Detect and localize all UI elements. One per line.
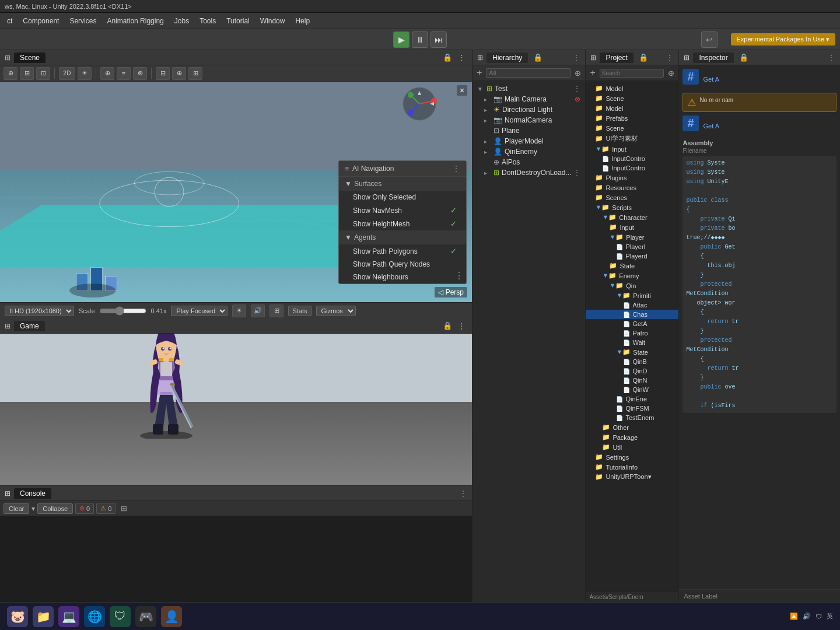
scene-viewport[interactable]: X Y Z ◁ Persp × — [0, 82, 472, 302]
proj-item-patrol[interactable]: 📄Patro — [586, 328, 678, 338]
proj-item-player[interactable]: ▼📁Player — [586, 232, 678, 242]
ai-nav-more[interactable]: ⋮ — [452, 164, 460, 173]
menu-item-ct[interactable]: ct — [2, 15, 17, 27]
hierarchy-tab[interactable]: Hierarchy — [487, 52, 528, 63]
proj-item-input[interactable]: ▼📁Input — [586, 144, 678, 154]
menu-item-component[interactable]: Component — [18, 15, 64, 27]
hier-item-plane[interactable]: ⊡ Plane — [473, 125, 585, 136]
menu-item-jobs[interactable]: Jobs — [170, 15, 194, 27]
console-toggle[interactable]: ⊞ — [119, 503, 129, 513]
game-lock-icon[interactable]: 🔒 — [441, 321, 454, 331]
agents-section[interactable]: ▼ Agents — [339, 230, 466, 244]
menu-item-animation[interactable]: Animation Rigging — [102, 15, 168, 27]
proj-item-scenes[interactable]: 📁Scenes — [586, 192, 678, 202]
insp-more[interactable]: ⋮ — [827, 53, 835, 62]
proj-item-settings[interactable]: 📁Settings — [586, 452, 678, 462]
console-tab[interactable]: Console — [14, 488, 51, 499]
resolution-select[interactable]: ll HD (1920x1080) — [5, 306, 74, 316]
hier-item-dontdestroy[interactable]: ▸ ⊞ DontDestroyOnLoad... ⋮ — [473, 167, 585, 178]
proj-item-qinene[interactable]: 📄QinEne — [586, 394, 678, 404]
sun-icon[interactable]: ☀ — [232, 304, 246, 317]
proj-item-primitiv[interactable]: ▼📁Primiti — [586, 290, 678, 300]
effects-tool[interactable]: ⊗ — [133, 67, 147, 80]
taskbar-unity-icon[interactable]: 🎮 — [135, 606, 156, 627]
dontdestroy-more[interactable]: ⋮ — [573, 169, 580, 177]
game-tab[interactable]: Game — [14, 321, 45, 331]
gizmos-select[interactable]: Gizmos — [316, 306, 356, 316]
hierarchy-search-input[interactable] — [486, 68, 570, 78]
revert-button[interactable]: ↩ — [701, 32, 718, 48]
menu-item-services[interactable]: Services — [65, 15, 101, 27]
hier-item-playermodel[interactable]: ▸ 👤 PlayerModel — [473, 136, 585, 146]
proj-item-geta[interactable]: 📄GetA — [586, 319, 678, 328]
proj-item-scene[interactable]: 📁Scene — [586, 93, 678, 103]
clear-dropdown[interactable]: ▾ — [32, 505, 35, 513]
proj-item-qind[interactable]: 📄QinD — [586, 366, 678, 376]
hier-lock-icon[interactable]: 🔒 — [531, 52, 544, 62]
volume-icon[interactable]: 🔊 — [251, 304, 265, 317]
proj-item-attac[interactable]: 📄Attac — [586, 300, 678, 310]
proj-item-playerd[interactable]: 📄Playerd — [586, 251, 678, 261]
proj-item-qin[interactable]: ▼📁Qin — [586, 281, 678, 290]
hier-item-aipos[interactable]: ⊕ AiPos — [473, 157, 585, 167]
proj-item-playeri[interactable]: 📄PlayerI — [586, 242, 678, 251]
pause-button[interactable]: ⏸ — [412, 32, 428, 48]
hier-more[interactable]: ⋮ — [572, 53, 580, 62]
proj-item-state2[interactable]: ▼📁State — [586, 347, 678, 357]
proj-item-scripts[interactable]: ▼📁Scripts — [586, 202, 678, 212]
scene-tab[interactable]: Scene — [14, 52, 46, 63]
proj-item-qinb[interactable]: 📄QinB — [586, 357, 678, 366]
light-toggle[interactable]: ☀ — [78, 67, 92, 80]
proj-item-package[interactable]: 📁Package — [586, 432, 678, 442]
proj-item-enemy[interactable]: ▼📁Enemy — [586, 271, 678, 281]
taskbar-yutian-icon[interactable]: 👤 — [161, 606, 182, 627]
scene-lock-icon[interactable]: 🔒 — [441, 52, 454, 62]
taskbar-shield-icon[interactable]: 🛡 — [110, 606, 131, 627]
menu-item-tutorial[interactable]: Tutorial — [222, 15, 254, 27]
proj-item-input2[interactable]: 📁Input — [586, 222, 678, 232]
show-only-selected-row[interactable]: Show Only Selected — [339, 191, 466, 204]
hier-item-normal-camera[interactable]: ▸ 📷 NormalCamera — [473, 115, 585, 125]
show-path-query-row[interactable]: Show Path Query Nodes — [339, 258, 466, 271]
hier-item-dir-light[interactable]: ▸ ☀ Directional Light — [473, 104, 585, 115]
play-button[interactable]: ▶ — [393, 32, 410, 48]
more-tool[interactable]: ⊞ — [188, 67, 202, 80]
experimental-packages-button[interactable]: Experimental Packages In Use ▾ — [731, 33, 835, 46]
console-more[interactable]: ⋮ — [459, 489, 467, 498]
viewport-close[interactable]: × — [457, 85, 467, 96]
proj-item-qinn[interactable]: 📄QinN — [586, 376, 678, 385]
show-navmesh-row[interactable]: Show NavMesh ✓ — [339, 204, 466, 217]
proj-item-other[interactable]: 📁Other — [586, 422, 678, 432]
surfaces-section[interactable]: ▼ Surfaces — [339, 177, 466, 191]
scale-slider[interactable] — [100, 306, 146, 316]
play-focused-select[interactable]: Play Focused — [171, 306, 228, 316]
grid2-tool[interactable]: ⊟ — [156, 67, 170, 80]
proj-item-model2[interactable]: 📁Model — [586, 103, 678, 113]
proj-item-qinfsm[interactable]: 📄QinFSM — [586, 404, 678, 413]
proj-item-character[interactable]: ▼📁Character — [586, 212, 678, 222]
aspect-icon[interactable]: ⊞ — [270, 304, 284, 317]
hier-add-button[interactable]: + — [475, 67, 484, 79]
inspector-tab[interactable]: Inspector — [693, 52, 733, 63]
insp-lock-icon[interactable]: 🔒 — [737, 52, 750, 62]
proj-item-model[interactable]: 📁Model — [586, 83, 678, 93]
nav-tool[interactable]: ≡ — [117, 67, 131, 80]
proj-item-prefabs[interactable]: 📁Prefabs — [586, 113, 678, 123]
show-path-polygons-row[interactable]: Show Path Polygons ✓ — [339, 244, 466, 258]
view-tool[interactable]: ⊕ — [172, 67, 186, 80]
proj-item-unityrptoon[interactable]: 📁UnityURPToon▾ — [586, 472, 678, 482]
proj-lock-icon[interactable]: 🔒 — [637, 52, 650, 62]
show-heightmesh-row[interactable]: Show HeightMesh ✓ — [339, 217, 466, 230]
menu-bottom-more[interactable]: ⋮ — [454, 270, 464, 281]
proj-add-button[interactable]: + — [588, 67, 597, 79]
collapse-button[interactable]: Collapse — [37, 503, 73, 514]
hier-item-test[interactable]: ▼ ⊞ Test ⋮ — [473, 83, 585, 94]
project-tab[interactable]: Project — [600, 52, 633, 63]
game-viewport[interactable] — [0, 334, 472, 485]
menu-item-window[interactable]: Window — [256, 15, 290, 27]
taskbar-edge-icon[interactable]: 🌐 — [84, 606, 105, 627]
taskbar-pig-icon[interactable]: 🐷 — [7, 606, 28, 627]
proj-item-chas[interactable]: 📄Chas — [586, 310, 678, 319]
proj-item-qinw[interactable]: 📄QinW — [586, 385, 678, 394]
step-button[interactable]: ⏭ — [430, 32, 447, 48]
